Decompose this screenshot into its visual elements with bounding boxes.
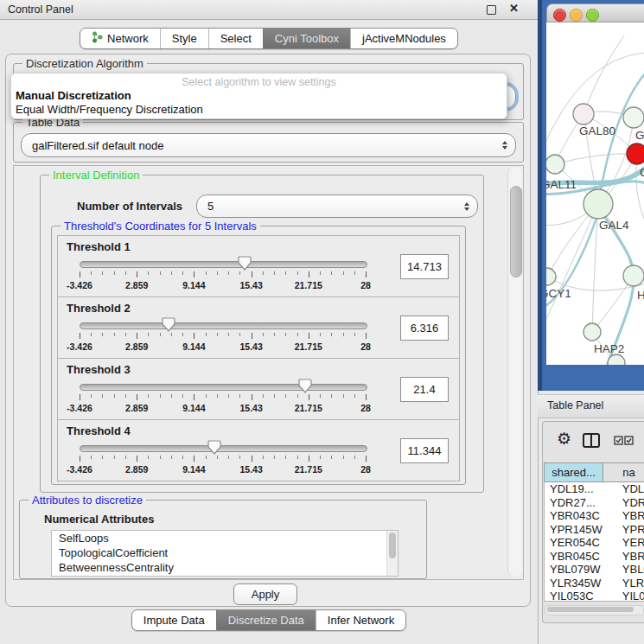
threshold-slider-track[interactable] — [80, 322, 367, 329]
close-icon[interactable]: ✕ — [509, 2, 519, 15]
cell-shared-name[interactable]: YLR345W — [545, 577, 612, 590]
tick-mark — [217, 271, 218, 275]
tick-mark — [102, 394, 103, 398]
tab-network[interactable]: Network — [80, 29, 160, 48]
threshold-slider-thumb[interactable] — [207, 440, 221, 455]
popup-item-equal-width-frequency[interactable]: Equal Width/Frequency Discretization — [11, 102, 507, 116]
network-node-c[interactable] — [627, 143, 644, 164]
threshold-value-field[interactable]: 14.713 — [400, 254, 449, 279]
popup-item-manual-discretization[interactable]: Manual Discretization — [11, 88, 507, 102]
cell-name[interactable]: YBR0 — [612, 550, 644, 564]
network-node-hap2[interactable] — [583, 323, 601, 341]
threshold-slider-thumb[interactable] — [162, 317, 175, 332]
gear-icon[interactable]: ⚙ — [557, 430, 571, 447]
tick-mark — [274, 394, 275, 398]
table-row[interactable]: YDR27...YDR2 — [545, 496, 644, 510]
network-node-gal11[interactable] — [546, 155, 564, 174]
cell-shared-name[interactable]: YPR145W — [545, 523, 612, 537]
tick-label: 21.715 — [295, 403, 322, 413]
cell-shared-name[interactable]: YBL079W — [545, 563, 612, 577]
network-node-h[interactable] — [623, 265, 644, 286]
tick-mark — [228, 271, 229, 275]
tab-select[interactable]: Select — [208, 29, 263, 48]
cell-name[interactable]: YLR3 — [612, 577, 644, 590]
threshold-value-field[interactable]: 21.4 — [400, 377, 449, 402]
tick-mark — [331, 271, 332, 275]
cell-name[interactable]: YDL1 — [612, 482, 644, 496]
tab-impute-data[interactable]: Impute Data — [132, 610, 216, 630]
float-window-icon[interactable] — [487, 5, 496, 15]
table-row[interactable]: YIL053CYIL0 — [545, 590, 644, 602]
tick-mark — [80, 271, 80, 277]
table-data-group: Table Data galFiltered.sif default node — [13, 122, 524, 163]
tick-mark — [331, 333, 332, 336]
tab-discretize-data[interactable]: Discretize Data — [216, 610, 316, 630]
table-row[interactable]: YER054CYER0 — [545, 536, 644, 550]
panel-scrollbar-thumb[interactable] — [510, 186, 522, 277]
table-h-scrollbar[interactable] — [545, 605, 644, 615]
attribute-item-topologicalcoefficient[interactable]: TopologicalCoefficient — [52, 545, 398, 560]
tab-jactivemnodules[interactable]: jActiveMNodules — [350, 29, 457, 48]
tab-label: Cyni Toolbox — [275, 32, 339, 45]
cell-shared-name[interactable]: YIL053C — [545, 590, 612, 602]
cell-shared-name[interactable]: YER054C — [545, 536, 612, 550]
network-node-gal4[interactable] — [583, 189, 613, 219]
bottom-tabs: Impute DataDiscretize DataInfer Network — [131, 609, 406, 631]
network-node-ga[interactable] — [623, 107, 644, 128]
close-traffic-light-icon[interactable] — [553, 9, 566, 22]
column-header-shared-name[interactable]: shared... — [544, 462, 603, 482]
cell-shared-name[interactable]: YDR27... — [545, 496, 612, 510]
number-of-intervals-combo[interactable]: 5 — [196, 194, 478, 218]
slider-ticks — [80, 333, 366, 340]
panel-scrollbar[interactable] — [507, 167, 522, 577]
tick-mark — [125, 271, 126, 275]
zoom-traffic-light-icon[interactable] — [586, 9, 599, 22]
cell-name[interactable]: YBL0 — [612, 563, 644, 577]
attributes-scrollbar-thumb[interactable] — [389, 532, 396, 558]
node-label-gal11: GAL11 — [546, 178, 577, 191]
threshold-slider-thumb[interactable] — [298, 379, 312, 393]
attribute-item-selfloops[interactable]: SelfLoops — [52, 531, 398, 545]
threshold-slider-thumb[interactable] — [238, 256, 252, 271]
attribute-item-betweennesscentrality[interactable]: BetweennessCentrality — [52, 560, 398, 575]
tick-mark — [331, 456, 332, 459]
network-node-gal80[interactable] — [573, 104, 594, 124]
table-row[interactable]: YLR345WYLR3 — [545, 577, 644, 590]
threshold-label: Threshold 4 — [67, 424, 131, 437]
cell-name[interactable]: YPR1 — [612, 523, 644, 537]
checkbox-icons[interactable] — [614, 436, 634, 445]
cell-shared-name[interactable]: YBR043C — [545, 509, 612, 523]
tick-label: 21.715 — [295, 464, 322, 475]
apply-button[interactable]: Apply — [233, 583, 297, 605]
table-row[interactable]: YBR045CYBR0 — [545, 550, 644, 564]
cell-shared-name[interactable]: YDL19... — [545, 482, 612, 496]
minimize-traffic-light-icon[interactable] — [570, 9, 583, 22]
table-h-scrollbar-thumb[interactable] — [547, 607, 634, 612]
cell-name[interactable]: YDR2 — [612, 496, 644, 510]
threshold-slider-track[interactable] — [80, 445, 367, 452]
table-row[interactable]: YPR145WYPR1 — [545, 523, 644, 537]
network-window-titlebar[interactable] — [546, 3, 644, 22]
column-header-name[interactable]: na — [603, 462, 644, 482]
network-node-gcy1[interactable] — [546, 268, 556, 285]
columns-icon[interactable] — [583, 433, 600, 451]
table-row[interactable]: YBR043CYBR0 — [545, 509, 644, 523]
tab-infer-network[interactable]: Infer Network — [316, 610, 405, 630]
network-canvas[interactable]: GAL80GACGAL11GAL4GCY1HHAP2 — [546, 22, 644, 365]
threshold-slider-track[interactable] — [80, 384, 367, 391]
threshold-value-field[interactable]: 11.344 — [400, 438, 449, 463]
threshold-value-field[interactable]: 6.316 — [400, 316, 449, 341]
table-row[interactable]: YBL079WYBL0 — [545, 563, 644, 577]
threshold-panel-4: Threshold 4 -3.4262.8599.14415.4321.7152… — [57, 419, 460, 481]
tick-mark — [171, 271, 172, 275]
tab-cyni-toolbox[interactable]: Cyni Toolbox — [263, 29, 350, 48]
table-data-combo[interactable]: galFiltered.sif default node — [21, 133, 516, 157]
threshold-slider-track[interactable] — [80, 261, 367, 268]
cell-name[interactable]: YER0 — [612, 536, 644, 550]
cell-shared-name[interactable]: YBR045C — [545, 550, 612, 564]
attributes-scrollbar[interactable] — [386, 531, 398, 576]
table-row[interactable]: YDL19...YDL1 — [545, 482, 644, 496]
cell-name[interactable]: YBR0 — [612, 509, 644, 523]
tab-style[interactable]: Style — [160, 29, 208, 48]
cell-name[interactable]: YIL0 — [612, 590, 644, 602]
